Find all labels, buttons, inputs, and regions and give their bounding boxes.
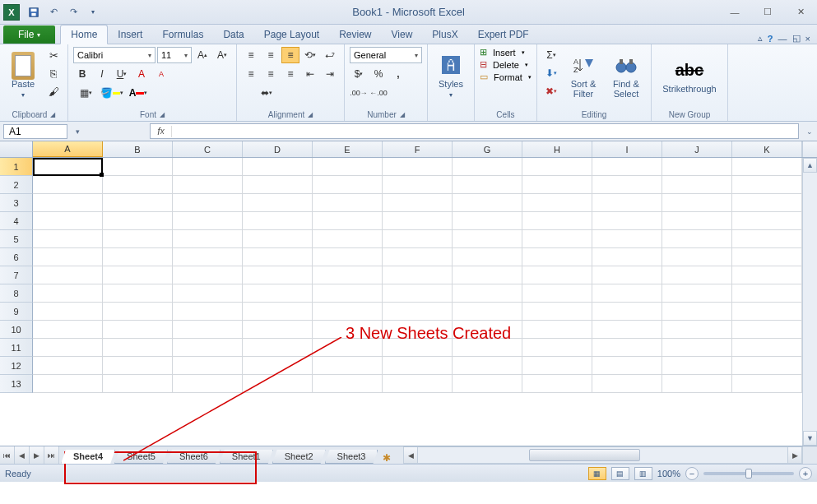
cell[interactable] bbox=[103, 230, 173, 248]
column-header[interactable]: A bbox=[33, 141, 103, 157]
autosum-button[interactable]: Σ▾ bbox=[542, 47, 560, 63]
cell[interactable] bbox=[103, 357, 173, 375]
minimize-button[interactable]: — bbox=[718, 2, 751, 22]
strikethrough-button[interactable]: abc Strikethrough bbox=[657, 47, 722, 104]
cell[interactable] bbox=[522, 176, 592, 194]
column-header[interactable]: H bbox=[522, 141, 592, 157]
cell[interactable] bbox=[453, 158, 522, 176]
cell[interactable] bbox=[383, 230, 453, 248]
cell[interactable] bbox=[173, 194, 243, 212]
cell[interactable] bbox=[383, 357, 453, 375]
scroll-left-button[interactable]: ◀ bbox=[403, 446, 418, 464]
comma-format-button[interactable]: , bbox=[389, 66, 407, 82]
cell[interactable] bbox=[33, 194, 103, 212]
page-break-view-button[interactable]: ▥ bbox=[634, 467, 652, 480]
cell[interactable] bbox=[383, 194, 453, 212]
file-tab[interactable]: File bbox=[3, 25, 55, 44]
format-cells-button[interactable]: ▭ Format ▾ bbox=[480, 72, 532, 82]
cell[interactable] bbox=[243, 321, 313, 339]
new-sheet-button[interactable]: ✱ bbox=[377, 452, 397, 464]
cut-button[interactable]: ✂ bbox=[44, 47, 63, 63]
cell[interactable] bbox=[592, 321, 662, 339]
cell[interactable] bbox=[592, 375, 662, 393]
tab-home[interactable]: Home bbox=[60, 25, 108, 44]
cell[interactable] bbox=[592, 266, 662, 284]
cell[interactable] bbox=[243, 339, 313, 357]
zoom-out-button[interactable]: − bbox=[685, 467, 699, 480]
insert-function-button[interactable]: fx bbox=[151, 126, 172, 137]
cell[interactable] bbox=[173, 212, 243, 230]
cell[interactable] bbox=[453, 284, 522, 303]
cell[interactable] bbox=[243, 194, 313, 212]
zoom-level[interactable]: 100% bbox=[657, 469, 680, 479]
cell[interactable] bbox=[522, 158, 592, 176]
paste-button[interactable]: Paste▾ bbox=[5, 47, 41, 104]
cell[interactable] bbox=[103, 212, 173, 230]
row-header[interactable]: 12 bbox=[0, 357, 33, 375]
tab-expert-pdf[interactable]: Expert PDF bbox=[468, 25, 539, 44]
cell[interactable] bbox=[732, 375, 802, 393]
bold-button[interactable]: B bbox=[73, 66, 91, 82]
horizontal-scrollbar[interactable]: ◀ ▶ bbox=[403, 446, 802, 464]
tab-data[interactable]: Data bbox=[213, 25, 253, 44]
cell[interactable] bbox=[592, 194, 662, 212]
column-header[interactable]: F bbox=[383, 141, 453, 157]
cell[interactable] bbox=[732, 248, 802, 266]
cell[interactable] bbox=[732, 321, 802, 339]
window-minimize-icon[interactable]: — bbox=[778, 34, 787, 44]
cell[interactable] bbox=[453, 303, 522, 321]
zoom-in-button[interactable]: + bbox=[799, 467, 812, 480]
cell[interactable] bbox=[453, 266, 522, 284]
next-sheet-button[interactable]: ▶ bbox=[30, 446, 44, 464]
cell[interactable] bbox=[33, 230, 103, 248]
cell[interactable] bbox=[662, 248, 732, 266]
cell[interactable] bbox=[383, 303, 453, 321]
cell[interactable] bbox=[33, 176, 103, 194]
align-middle-button[interactable]: ≡ bbox=[262, 47, 280, 63]
close-button[interactable]: ✕ bbox=[784, 2, 817, 22]
cell[interactable] bbox=[383, 321, 453, 339]
align-right-button[interactable]: ≡ bbox=[281, 66, 299, 82]
cell[interactable] bbox=[313, 194, 383, 212]
last-sheet-button[interactable]: ⏭ bbox=[44, 446, 59, 464]
cell[interactable] bbox=[33, 266, 103, 284]
cell[interactable] bbox=[173, 176, 243, 194]
cell[interactable] bbox=[313, 357, 383, 375]
cell[interactable] bbox=[313, 303, 383, 321]
cell[interactable] bbox=[173, 284, 243, 303]
increase-font-button[interactable]: A▴ bbox=[193, 47, 211, 63]
cell[interactable] bbox=[33, 375, 103, 393]
italic-button[interactable]: I bbox=[93, 66, 111, 82]
cell[interactable] bbox=[453, 339, 522, 357]
tab-plusx[interactable]: PlusX bbox=[422, 25, 467, 44]
sheet-tab[interactable]: Sheet4 bbox=[61, 450, 115, 464]
first-sheet-button[interactable]: ⏮ bbox=[0, 446, 15, 464]
redo-button[interactable]: ↷ bbox=[64, 3, 82, 21]
wrap-text-button[interactable]: ⮐ bbox=[321, 47, 339, 63]
cell[interactable] bbox=[592, 248, 662, 266]
cell[interactable] bbox=[732, 303, 802, 321]
font-color-button[interactable]: A▾ bbox=[126, 85, 151, 101]
number-format-combo[interactable]: General▾ bbox=[350, 47, 422, 63]
decrease-indent-button[interactable]: ⇤ bbox=[301, 66, 319, 82]
cell[interactable] bbox=[383, 284, 453, 303]
cell[interactable] bbox=[662, 158, 732, 176]
cell[interactable] bbox=[522, 284, 592, 303]
cell[interactable] bbox=[103, 303, 173, 321]
undo-button[interactable]: ↶ bbox=[44, 3, 63, 21]
merge-center-button[interactable]: ⬌▾ bbox=[242, 85, 291, 101]
cell[interactable] bbox=[383, 248, 453, 266]
window-restore-icon[interactable]: ◱ bbox=[792, 33, 801, 44]
cell[interactable] bbox=[103, 158, 173, 176]
cell[interactable] bbox=[103, 176, 173, 194]
cell[interactable] bbox=[243, 303, 313, 321]
insert-cells-button[interactable]: ⊞ Insert ▾ bbox=[480, 47, 532, 58]
tab-view[interactable]: View bbox=[382, 25, 423, 44]
font-launcher[interactable]: ◢ bbox=[160, 111, 165, 118]
row-header[interactable]: 8 bbox=[0, 284, 33, 303]
cell[interactable] bbox=[103, 194, 173, 212]
copy-button[interactable]: ⎘ bbox=[44, 65, 63, 81]
maximize-button[interactable]: ☐ bbox=[751, 2, 784, 22]
cell[interactable] bbox=[383, 266, 453, 284]
hscroll-thumb[interactable] bbox=[529, 449, 640, 461]
